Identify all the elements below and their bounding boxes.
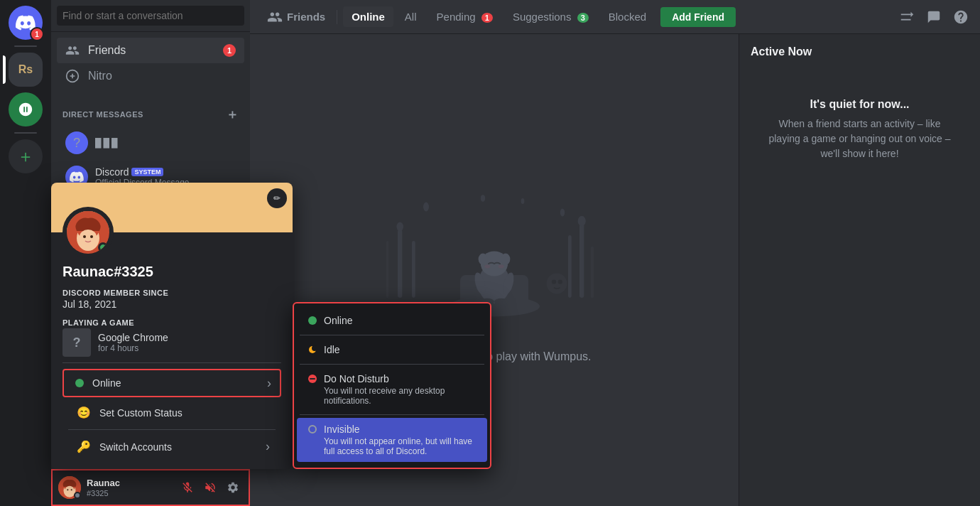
active-now-quiet: It's quiet for now... When a friend star… bbox=[751, 75, 969, 184]
dm-avatar-1: ? bbox=[65, 131, 88, 154]
friends-nav-icon[interactable]: Friends bbox=[261, 5, 331, 29]
tab-online[interactable]: Online bbox=[343, 6, 393, 27]
active-now-panel: Active Now It's quiet for now... When a … bbox=[739, 34, 980, 506]
discord-home-button[interactable] bbox=[9, 6, 43, 40]
active-now-quiet-title: It's quiet for now... bbox=[762, 98, 957, 111]
inbox-icon[interactable] bbox=[926, 9, 942, 25]
profile-edit-button[interactable]: ✏ bbox=[267, 188, 287, 208]
svg-rect-18 bbox=[568, 235, 572, 298]
status-divider-2 bbox=[300, 364, 484, 365]
playing-label: PLAYING A GAME bbox=[62, 318, 281, 327]
user-bar-info: Raunac #3325 bbox=[87, 478, 172, 497]
add-dm-button[interactable]: ＋ bbox=[226, 106, 239, 123]
status-row-invisible: Invisible bbox=[308, 424, 476, 435]
sidebar-item-nitro[interactable]: Nitro bbox=[57, 63, 244, 89]
add-server-button[interactable]: ＋ bbox=[9, 139, 43, 173]
dm-info-1: ███ bbox=[95, 138, 236, 148]
svg-point-12 bbox=[71, 489, 72, 490]
new-group-icon[interactable] bbox=[899, 9, 915, 25]
online-dot bbox=[75, 379, 84, 387]
server-icon-green[interactable] bbox=[9, 92, 43, 126]
dm-sidebar: Friends 1 Nitro DIRECT MESSAGES ＋ ? ███ … bbox=[51, 0, 250, 506]
custom-status-icon: 😊 bbox=[77, 406, 91, 419]
status-label-dnd: Do Not Disturb bbox=[324, 373, 389, 384]
status-popup-invisible[interactable]: Invisible You will not appear online, bu… bbox=[297, 418, 487, 462]
active-now-quiet-desc: When a friend starts an activity – like … bbox=[762, 117, 957, 161]
tab-blocked[interactable]: Blocked bbox=[600, 6, 655, 27]
status-dot-invisible bbox=[308, 425, 317, 434]
direct-messages-label: DIRECT MESSAGES bbox=[62, 110, 143, 119]
status-label-invisible: Invisible bbox=[324, 424, 360, 435]
status-label-online: Online bbox=[324, 315, 352, 326]
status-menu-online[interactable]: Online bbox=[62, 369, 281, 397]
user-status-dot bbox=[74, 492, 81, 499]
status-popup-idle[interactable]: Idle bbox=[297, 338, 487, 361]
help-icon[interactable] bbox=[953, 9, 969, 25]
svg-rect-21 bbox=[591, 247, 594, 298]
dm-name-discord: Discord SYSTEM bbox=[95, 166, 236, 178]
suggestions-badge: 3 bbox=[577, 13, 589, 23]
status-divider-1 bbox=[300, 335, 484, 335]
game-duration: for 4 hours bbox=[98, 343, 168, 353]
svg-point-25 bbox=[521, 198, 525, 204]
member-since-value: Jul 18, 2021 bbox=[62, 298, 281, 310]
svg-point-35 bbox=[484, 265, 490, 269]
status-row-online: Online bbox=[308, 315, 476, 326]
server-divider-2 bbox=[14, 132, 37, 134]
status-row-dnd: Do Not Disturb bbox=[308, 373, 476, 384]
svg-rect-14 bbox=[398, 230, 402, 298]
server-rail: Rs ＋ bbox=[0, 0, 51, 506]
add-friend-button[interactable]: Add Friend bbox=[660, 7, 736, 27]
user-bar: Raunac #3325 bbox=[51, 469, 250, 506]
mute-button[interactable] bbox=[178, 478, 197, 497]
svg-point-28 bbox=[558, 279, 562, 284]
top-nav: Friends Online All Pending 1 Suggestions… bbox=[250, 0, 980, 34]
status-popup: Online Idle Do Not Disturb You will not … bbox=[293, 302, 491, 469]
svg-point-33 bbox=[479, 254, 488, 265]
status-desc-dnd: You will not receive any desktop notific… bbox=[308, 386, 476, 406]
dm-section-header: DIRECT MESSAGES ＋ bbox=[51, 95, 250, 126]
status-divider-3 bbox=[300, 414, 484, 415]
svg-point-10 bbox=[65, 486, 75, 494]
profile-divider bbox=[62, 362, 281, 363]
profile-username: Raunac#3325 bbox=[62, 264, 281, 280]
status-popup-online[interactable]: Online bbox=[297, 309, 487, 332]
user-profile-card: ✏ bbox=[51, 183, 293, 469]
server-icon-rs[interactable]: Rs bbox=[9, 53, 43, 87]
profile-game: ? Google Chrome for 4 hours bbox=[62, 328, 281, 357]
status-desc-invisible: You will not appear online, but will hav… bbox=[308, 436, 476, 456]
svg-rect-16 bbox=[412, 241, 415, 298]
game-name: Google Chrome bbox=[98, 332, 168, 343]
svg-point-34 bbox=[501, 254, 511, 265]
status-dot-online bbox=[308, 316, 317, 325]
settings-button[interactable] bbox=[223, 478, 243, 497]
dm-item-1[interactable]: ? ███ bbox=[57, 126, 244, 160]
custom-status-label: Set Custom Status bbox=[99, 407, 183, 419]
nav-right bbox=[899, 9, 969, 25]
svg-point-26 bbox=[547, 274, 567, 294]
svg-point-24 bbox=[481, 195, 485, 202]
svg-point-22 bbox=[423, 203, 429, 212]
svg-point-15 bbox=[396, 222, 403, 232]
status-menu-switch[interactable]: 🔑 Switch Accounts bbox=[65, 433, 278, 461]
svg-point-6 bbox=[90, 235, 93, 238]
svg-rect-17 bbox=[386, 241, 388, 298]
svg-point-27 bbox=[552, 279, 556, 284]
user-bar-avatar[interactable] bbox=[58, 476, 81, 499]
nav-separator-1 bbox=[337, 10, 337, 24]
sidebar-nav: Friends 1 Nitro bbox=[51, 32, 250, 95]
online-label: Online bbox=[92, 377, 121, 389]
tab-pending[interactable]: Pending 1 bbox=[428, 6, 501, 27]
user-bar-tag: #3325 bbox=[87, 489, 172, 497]
tab-all[interactable]: All bbox=[396, 6, 425, 27]
idle-icon bbox=[308, 345, 317, 354]
status-popup-dnd[interactable]: Do Not Disturb You will not receive any … bbox=[297, 367, 487, 411]
sidebar-item-friends[interactable]: Friends 1 bbox=[57, 38, 244, 63]
dm-name-1: ███ bbox=[95, 138, 236, 148]
friends-label: Friends bbox=[88, 44, 126, 57]
deafen-button[interactable] bbox=[200, 478, 220, 497]
status-menu-custom[interactable]: 😊 Set Custom Status bbox=[65, 399, 278, 426]
tab-suggestions[interactable]: Suggestions 3 bbox=[504, 6, 597, 27]
search-input[interactable] bbox=[57, 6, 244, 26]
svg-rect-19 bbox=[579, 224, 584, 298]
